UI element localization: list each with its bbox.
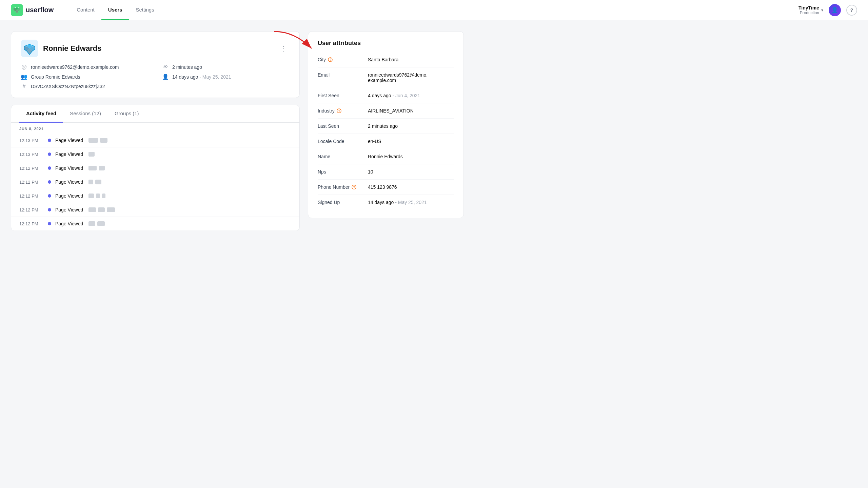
workspace-selector[interactable]: TinyTime Production ▾ — [798, 5, 823, 15]
activity-time: 12:12 PM — [19, 180, 44, 185]
logo[interactable]: userflow — [11, 4, 54, 16]
tab-sessions[interactable]: Sessions (12) — [63, 105, 108, 123]
tab-groups[interactable]: Groups (1) — [108, 105, 146, 123]
date-separator: JUN 8, 2021 — [11, 123, 299, 134]
user-group-row: 👥 Group Ronnie Edwards — [21, 74, 149, 80]
activity-dot-icon — [48, 208, 51, 211]
nav-content[interactable]: Content — [70, 0, 101, 20]
attribute-row: City Santa Barbara — [318, 52, 454, 67]
attr-value: AIRLINES_AVIATION — [368, 108, 454, 114]
activity-time: 12:13 PM — [19, 138, 44, 143]
attr-key-label: Last Seen — [318, 123, 339, 129]
attribute-row: Locale Code en-US — [318, 134, 454, 149]
joined-icon: 👤 — [162, 74, 169, 80]
attr-value: Ronnie Edwards — [368, 154, 454, 159]
attr-value-main: ronnieedwards9762@demo. example.com — [368, 72, 428, 83]
user-card: Ronnie Edwards ⋮ @ ronnieedwards9762@dem… — [11, 31, 300, 98]
activity-badge — [99, 166, 105, 170]
activity-rows-container: 12:13 PM Page Viewed 12:13 PM Page Viewe… — [11, 134, 299, 231]
attr-value-main: Ronnie Edwards — [368, 154, 403, 159]
workspace-env: Production — [800, 11, 819, 15]
hubspot-icon — [352, 185, 356, 189]
activity-time: 12:12 PM — [19, 194, 44, 199]
attr-key: Last Seen — [318, 123, 365, 129]
activity-row: 12:12 PM Page Viewed — [11, 189, 299, 203]
attr-value-main: AIRLINES_AVIATION — [368, 108, 414, 114]
attr-value: Santa Barbara — [368, 57, 454, 62]
activity-dot-icon — [48, 152, 51, 156]
attr-key-label: City — [318, 57, 326, 62]
activity-time: 12:12 PM — [19, 166, 44, 171]
activity-badge — [102, 194, 105, 198]
more-options-button[interactable]: ⋮ — [278, 43, 290, 54]
attr-value: 415 123 9876 — [368, 184, 454, 190]
tab-activity-feed[interactable]: Activity feed — [19, 105, 63, 123]
avatar[interactable]: 👤 — [829, 4, 841, 16]
attr-value-muted: - Jun 4, 2021 — [392, 93, 420, 98]
attr-key-label: Email — [318, 72, 330, 78]
hubspot-icon — [337, 108, 341, 113]
activity-dot-icon — [48, 166, 51, 170]
user-group: Group Ronnie Edwards — [31, 74, 80, 80]
activity-badge — [88, 166, 97, 170]
attribute-row: Signed Up 14 days ago - May 25, 2021 — [318, 195, 454, 210]
attr-value-muted: - May 25, 2021 — [395, 200, 427, 205]
logo-text: userflow — [26, 6, 54, 14]
workspace-name: TinyTime — [798, 5, 819, 11]
attr-value: 10 — [368, 169, 454, 175]
attr-key-label: Industry — [318, 108, 335, 114]
user-name: Ronnie Edwards — [43, 44, 101, 53]
activity-event-label: Page Viewed — [55, 138, 83, 143]
help-button[interactable]: ? — [846, 5, 857, 16]
user-email: ronnieedwards9762@demo.example.com — [31, 64, 119, 70]
attr-key: Name — [318, 154, 365, 159]
activity-badge — [88, 152, 95, 157]
activity-badge — [88, 194, 94, 198]
attr-key: Phone Number — [318, 184, 365, 190]
main-nav: Content Users Settings — [70, 0, 161, 20]
svg-point-6 — [339, 112, 339, 112]
attr-value: 14 days ago - May 25, 2021 — [368, 200, 454, 205]
activity-badges — [88, 221, 105, 226]
activity-time: 12:12 PM — [19, 221, 44, 226]
email-icon: @ — [21, 64, 27, 70]
nav-users[interactable]: Users — [101, 0, 129, 20]
attribute-row: Name Ronnie Edwards — [318, 149, 454, 164]
attr-key-label: Phone Number — [318, 184, 350, 190]
activity-event-label: Page Viewed — [55, 179, 83, 185]
header-right: TinyTime Production ▾ 👤 ? — [798, 4, 857, 16]
activity-badges — [88, 152, 95, 157]
user-lastseen-row: 👁 2 minutes ago — [162, 64, 290, 70]
attribute-row: First Seen 4 days ago - Jun 4, 2021 — [318, 88, 454, 103]
eye-icon: 👁 — [162, 64, 169, 70]
attr-value: ronnieedwards9762@demo. example.com — [368, 72, 454, 83]
user-avatar-img: 👤 — [829, 4, 841, 16]
activity-badges — [88, 138, 107, 143]
attr-key-label: Signed Up — [318, 200, 340, 205]
attr-key: City — [318, 57, 365, 62]
attribute-row: Email ronnieedwards9762@demo. example.co… — [318, 67, 454, 88]
user-identity: Ronnie Edwards — [21, 40, 101, 57]
attr-key: Email — [318, 72, 365, 78]
activity-event-label: Page Viewed — [55, 207, 83, 212]
activity-badge — [88, 221, 95, 226]
attr-key-label: First Seen — [318, 93, 339, 98]
attr-value-main: 10 — [368, 169, 373, 175]
svg-point-5 — [337, 109, 341, 113]
svg-point-4 — [330, 61, 331, 61]
activity-dot-icon — [48, 180, 51, 184]
attr-key: Industry — [318, 108, 365, 114]
attributes-rows-container: City Santa Barbara Email ronnieedwards97… — [318, 52, 454, 210]
attr-key: Signed Up — [318, 200, 365, 205]
nav-settings[interactable]: Settings — [129, 0, 161, 20]
activity-event-label: Page Viewed — [55, 151, 83, 157]
hubspot-icon — [328, 57, 333, 62]
attr-value-main: 4 days ago — [368, 93, 391, 98]
activity-tabs: Activity feed Sessions (12) Groups (1) — [11, 105, 299, 123]
user-id: DSvCZsXSfOczNZNtpezu8kzzjZ32 — [31, 84, 105, 89]
attr-value-main: 415 123 9876 — [368, 184, 397, 190]
activity-badges — [88, 207, 115, 212]
activity-row: 12:12 PM Page Viewed — [11, 217, 299, 231]
attr-key-label: Locale Code — [318, 139, 344, 144]
user-card-header: Ronnie Edwards ⋮ — [21, 40, 290, 57]
